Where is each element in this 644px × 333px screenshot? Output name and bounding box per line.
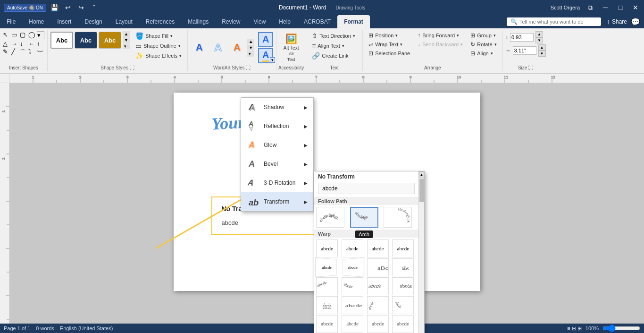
- warp-item-20[interactable]: abcde: [392, 315, 414, 333]
- shape-arrow-u[interactable]: ↑: [37, 40, 44, 47]
- shape-edit[interactable]: ✎: [3, 48, 10, 57]
- tab-references[interactable]: References: [139, 15, 181, 28]
- shape-tri[interactable]: △: [3, 40, 10, 47]
- style-scroll-down[interactable]: ▼: [123, 37, 130, 43]
- maximize-button[interactable]: □: [616, 3, 625, 12]
- shape-fill-btn[interactable]: 🪣 Shape Fill ▾: [133, 31, 184, 41]
- warp-item-10[interactable]: abcde: [342, 277, 363, 295]
- style-expand[interactable]: ▾: [123, 43, 130, 49]
- shape-arrow-d[interactable]: ↓: [20, 40, 27, 47]
- shape-rect[interactable]: ▭: [11, 31, 19, 39]
- search-input[interactable]: [519, 19, 590, 25]
- dropdown-bevel[interactable]: A Bevel ▶: [241, 154, 313, 173]
- warp-item-2[interactable]: abcde: [342, 239, 363, 257]
- style-scroll-up[interactable]: ▲: [123, 31, 130, 37]
- minimize-button[interactable]: ─: [601, 3, 610, 12]
- shape-oval[interactable]: ◯: [28, 31, 36, 39]
- tab-home[interactable]: Home: [22, 15, 50, 28]
- shape-scribble[interactable]: 〰: [37, 48, 44, 57]
- wa-scroll-up[interactable]: ▲: [247, 39, 254, 44]
- warp-item-15[interactable]: abcde: [367, 296, 389, 314]
- height-input[interactable]: [510, 33, 534, 42]
- tab-mailings[interactable]: Mailings: [181, 15, 215, 28]
- wa-scroll-down[interactable]: ▼: [247, 45, 254, 51]
- align-text-btn[interactable]: ≡ Align Text ▾: [309, 41, 358, 51]
- text-effects-btn[interactable]: A: [258, 32, 273, 47]
- warp-item-8[interactable]: aBc: [392, 258, 414, 276]
- warp-item-7[interactable]: aBc: [367, 258, 389, 276]
- tab-file[interactable]: File: [0, 15, 22, 28]
- shape-rounded-rect[interactable]: ▢: [20, 31, 27, 39]
- wordart-style-blue[interactable]: A: [191, 39, 208, 56]
- quick-access-dropdown[interactable]: ˅: [90, 3, 99, 12]
- undo-button[interactable]: ↩: [63, 3, 73, 12]
- restore-button[interactable]: ⧉: [585, 3, 595, 12]
- send-backward-btn[interactable]: ↓ Send Backward ▾: [415, 40, 466, 49]
- tab-insert[interactable]: Insert: [50, 15, 78, 28]
- submenu-scroll-up[interactable]: ▲: [419, 171, 424, 178]
- warp-item-13[interactable]: abcde: [316, 296, 338, 314]
- share-button[interactable]: ↑ Share: [607, 18, 627, 26]
- text-effects-dropdown[interactable]: ▾: [270, 57, 275, 63]
- dropdown-transform[interactable]: abc Transform ▶: [241, 192, 313, 211]
- save-button[interactable]: 💾: [50, 3, 59, 12]
- wordart-expand[interactable]: ⛶: [246, 65, 251, 70]
- wordart-style-outline[interactable]: A: [209, 39, 226, 56]
- close-button[interactable]: ✕: [631, 3, 640, 12]
- dropdown-shadow[interactable]: AA Shadow ▶: [241, 98, 313, 117]
- wa-expand[interactable]: ▾: [247, 51, 254, 57]
- shape-arrow-r[interactable]: →: [11, 40, 19, 47]
- follow-path-arch-down[interactable]: abcdefgh Arch: [350, 207, 378, 228]
- shapes-more[interactable]: ▾: [37, 31, 44, 39]
- warp-item-6[interactable]: abcde: [343, 257, 364, 277]
- shape-outline-btn[interactable]: ▭ Shape Outline ▾: [133, 41, 184, 51]
- shape-line[interactable]: ╱: [11, 48, 19, 57]
- bring-forward-btn[interactable]: ↑ Bring Forward ▾: [415, 31, 466, 40]
- shape-styles-expand[interactable]: ⛶: [130, 65, 134, 70]
- scroll-thumb[interactable]: [419, 179, 424, 202]
- tab-format[interactable]: Format: [337, 15, 370, 28]
- width-down[interactable]: ▼: [538, 51, 546, 57]
- shape-style-outline[interactable]: Abc: [50, 32, 73, 49]
- width-up[interactable]: ▲: [538, 44, 546, 51]
- height-up[interactable]: ▲: [535, 31, 543, 37]
- autosave-badge[interactable]: AutoSave 🔘 ON: [4, 4, 46, 12]
- tab-acrobat[interactable]: ACROBAT: [297, 15, 337, 28]
- create-link-btn[interactable]: 🔗 Create Link: [309, 51, 358, 60]
- shape-style-gold[interactable]: Abc: [99, 32, 121, 49]
- warp-item-11[interactable]: abcde: [367, 277, 389, 295]
- shape-style-blue[interactable]: Abc: [75, 32, 97, 49]
- warp-item-14[interactable]: abcde: [342, 296, 363, 314]
- shape-effects-btn[interactable]: ✨ Shape Effects ▾: [133, 51, 184, 60]
- warp-item-1[interactable]: abcde: [316, 239, 338, 257]
- tab-help[interactable]: Help: [272, 15, 297, 28]
- zoom-slider[interactable]: [602, 324, 640, 332]
- height-down[interactable]: ▼: [535, 37, 543, 43]
- warp-item-18[interactable]: abcde: [342, 315, 363, 333]
- text-direction-btn[interactable]: ⇕ Text Direction ▾: [309, 31, 358, 41]
- dropdown-reflection[interactable]: A A Reflection ▶: [241, 117, 313, 136]
- follow-path-arch-up[interactable]: abcdefgh abcdefgh: [316, 207, 344, 228]
- size-expand[interactable]: ⛶: [528, 65, 533, 70]
- shape-curve[interactable]: ⌒: [20, 48, 27, 57]
- warp-item-3[interactable]: abcde: [367, 239, 389, 257]
- tab-layout[interactable]: Layout: [109, 15, 139, 28]
- tab-design[interactable]: Design: [78, 15, 109, 28]
- no-transform-item[interactable]: abcde: [318, 183, 415, 194]
- comments-button[interactable]: 💬: [631, 17, 640, 26]
- warp-item-16[interactable]: abcde: [392, 296, 414, 314]
- warp-item-9[interactable]: abcde: [316, 277, 338, 295]
- search-bar[interactable]: 🔍: [507, 17, 601, 26]
- width-input[interactable]: [513, 46, 536, 55]
- group-btn[interactable]: ⊞ Group ▾: [468, 31, 499, 40]
- shape-arrow-up-left[interactable]: ↖: [3, 31, 10, 39]
- dropdown-glow[interactable]: A Glow ▶: [241, 136, 313, 154]
- dropdown-3d-rotation[interactable]: A 3-D Rotation ▶: [241, 173, 313, 192]
- redo-button[interactable]: ↪: [76, 3, 86, 12]
- tab-review[interactable]: Review: [215, 15, 247, 28]
- position-btn[interactable]: ⊞ Position ▾: [366, 31, 413, 40]
- warp-item-19[interactable]: abcde: [367, 315, 389, 333]
- warp-item-12[interactable]: abcde: [392, 277, 414, 295]
- shape-arrow-l[interactable]: ←: [28, 40, 36, 47]
- warp-item-17[interactable]: abcde: [316, 315, 338, 333]
